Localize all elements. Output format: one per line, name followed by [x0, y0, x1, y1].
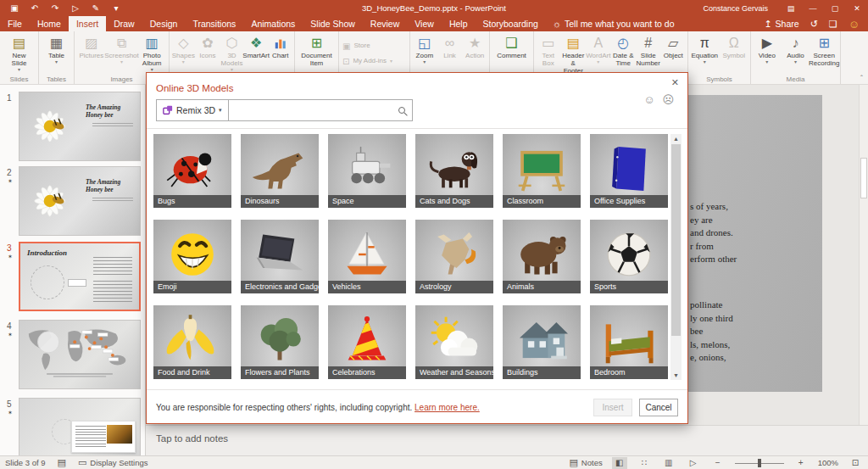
display-settings-button[interactable]: ▭ Display Settings — [78, 457, 148, 468]
model-category-tile[interactable]: Bugs — [153, 134, 231, 208]
ribbon-button[interactable]: ◇Shapes▾ — [171, 33, 196, 65]
ribbon-button[interactable]: AWordArt▾ — [586, 33, 611, 65]
remix3d-provider-dropdown[interactable]: Remix 3D ▾ — [156, 99, 229, 121]
feedback-smiley-icon[interactable]: ☺ — [849, 18, 860, 31]
ribbon-button[interactable]: ▥Photo Album▾ — [136, 33, 167, 73]
model-category-tile[interactable]: Vehicles — [328, 220, 406, 293]
ribbon-button[interactable]: ▣Store▾ — [341, 40, 372, 52]
minimize-icon[interactable]: — — [802, 0, 824, 16]
cancel-button[interactable]: Cancel — [639, 399, 678, 416]
redo-icon[interactable]: ↷ — [46, 1, 64, 15]
model-search-input[interactable] — [229, 100, 412, 120]
customize-qat-icon[interactable]: ▾ — [107, 1, 125, 15]
notes-placeholder[interactable]: Tap to add notes — [156, 433, 228, 444]
ribbon-tab[interactable]: Help — [442, 16, 476, 31]
scroll-up-icon[interactable]: ▲ — [670, 134, 682, 143]
slide-4-entry[interactable]: 4 ✶ — [0, 320, 146, 391]
ribbon-display-options-icon[interactable]: ▤ — [780, 0, 802, 16]
ribbon-button[interactable]: ⬡3D Models▾ — [220, 33, 244, 73]
slide-2-entry[interactable]: 2 ✶ The Amazing Honey bee — [0, 166, 146, 237]
model-category-tile[interactable]: Space — [328, 134, 406, 208]
ribbon-tab[interactable]: Insert — [69, 16, 106, 31]
model-category-tile[interactable]: Bedroom — [590, 305, 668, 379]
ribbon-tab[interactable]: View — [407, 16, 442, 31]
ribbon-button[interactable]: Chart▾ — [268, 33, 292, 60]
zoom-in-icon[interactable]: + — [793, 457, 809, 469]
normal-view-icon[interactable]: ◧ — [612, 457, 627, 469]
dialog-close-icon[interactable]: ✕ — [671, 77, 679, 88]
learn-more-link[interactable]: Learn more here. — [415, 403, 480, 412]
accessibility-book-icon[interactable]: ▤ — [58, 457, 66, 468]
ribbon-tab[interactable]: File — [0, 16, 30, 31]
ribbon-button[interactable]: ▭Text Box▾ — [536, 33, 561, 68]
model-category-tile[interactable]: Weather and Seasons — [415, 305, 493, 379]
zoom-out-icon[interactable]: − — [710, 457, 726, 469]
start-presentation-icon[interactable]: ▷ — [66, 1, 85, 15]
zoom-slider-handle[interactable] — [758, 459, 761, 467]
ribbon-button[interactable]: ⊡My Add-ins▾ — [341, 55, 394, 67]
ribbon-button[interactable]: πEquation▾ — [690, 33, 720, 65]
zoom-slider[interactable] — [735, 457, 784, 469]
ribbon-button[interactable]: ✿Icons▾ — [196, 33, 220, 60]
ribbon-button[interactable]: ▨Pictures▾ — [76, 33, 107, 60]
ribbon-button[interactable]: ◴Date & Time▾ — [611, 33, 637, 68]
zoom-level-label[interactable]: 100% — [818, 458, 838, 467]
model-category-tile[interactable]: Astrology — [415, 220, 493, 293]
reading-view-icon[interactable]: ▥ — [661, 457, 676, 469]
model-category-tile[interactable]: Cats and Dogs — [415, 134, 493, 208]
undo-icon[interactable]: ↶ — [25, 1, 44, 15]
tell-me-box[interactable]: ☼ Tell me what you want to do — [546, 16, 682, 31]
ribbon-tab[interactable]: Review — [363, 16, 407, 31]
model-category-tile[interactable]: Food and Drink — [153, 305, 231, 379]
dialog-scrollbar[interactable]: ▲ ▼ — [670, 134, 682, 380]
ribbon-tab[interactable]: Storyboarding — [475, 16, 545, 31]
activity-history-icon[interactable]: ↺ — [810, 19, 818, 30]
model-category-tile[interactable]: Emoji — [153, 220, 231, 293]
slide-4-thumbnail[interactable] — [19, 320, 141, 389]
save-icon[interactable]: ▣ — [5, 1, 24, 15]
canvas-scrollbar[interactable] — [859, 85, 868, 425]
slide-1-thumbnail[interactable]: The Amazing Honey bee — [19, 92, 141, 161]
slide-sorter-view-icon[interactable]: ∷ — [637, 457, 652, 469]
slide-3-entry[interactable]: 3 ✶ Introduction — [0, 242, 146, 313]
ribbon-button[interactable]: ▱Object▾ — [661, 33, 687, 60]
ribbon-button[interactable]: ▶Video▾ — [753, 33, 782, 65]
ribbon-button[interactable]: ◱Zoom▾ — [412, 33, 437, 65]
scroll-down-icon[interactable]: ▼ — [670, 371, 682, 380]
ribbon-tab[interactable]: Draw — [106, 16, 142, 31]
restore-icon[interactable]: ▢ — [824, 0, 846, 16]
ribbon-button[interactable]: ▦Table▾ — [41, 33, 72, 65]
ink-pen-icon[interactable]: ✎ — [86, 1, 105, 15]
ribbon-button[interactable]: #Slide Number▾ — [636, 33, 661, 68]
ribbon-tab[interactable]: Animations — [243, 16, 303, 31]
ribbon-button[interactable]: ∞Link▾ — [437, 33, 463, 60]
ribbon-button[interactable]: ⊞Screen Recording▾ — [810, 33, 838, 68]
ribbon-button[interactable]: ♪Audio▾ — [782, 33, 810, 65]
ribbon-button[interactable]: ▤New Slide▾ — [2, 33, 36, 73]
slide-3-thumbnail-selected[interactable]: Introduction — [19, 242, 141, 311]
slide-1-entry[interactable]: 1 The Amazing Honey bee — [0, 92, 146, 163]
ribbon-button[interactable]: ⧉Screenshot▾ — [107, 33, 137, 65]
notes-toggle-button[interactable]: ▤ Notes — [569, 457, 602, 468]
slide-2-thumbnail[interactable]: The Amazing Honey bee — [19, 166, 141, 236]
ribbon-button[interactable]: ★Action▾ — [462, 33, 487, 60]
model-category-tile[interactable]: Animals — [503, 220, 581, 293]
feedback-sad-icon[interactable]: ☹ — [662, 93, 674, 106]
comments-icon[interactable]: ❏ — [829, 19, 837, 30]
ribbon-button[interactable]: ▤Header & Footer▾ — [561, 33, 587, 76]
model-category-tile[interactable]: Sports — [590, 220, 668, 293]
notes-pane[interactable]: Tap to add notes — [146, 425, 868, 455]
model-category-tile[interactable]: Classroom — [503, 134, 581, 208]
slideshow-view-icon[interactable]: ▷ — [686, 457, 701, 469]
model-category-tile[interactable]: Electronics and Gadgets — [241, 220, 319, 293]
ribbon-tab[interactable]: Design — [142, 16, 186, 31]
ribbon-tab[interactable]: Slide Show — [303, 16, 363, 31]
model-category-tile[interactable]: Celebrations — [328, 305, 406, 379]
model-category-tile[interactable]: Dinosaurs — [241, 134, 319, 208]
signed-in-user[interactable]: Constance Gervais — [703, 4, 768, 13]
ribbon-button[interactable]: ΩSymbol▾ — [720, 33, 749, 60]
model-category-tile[interactable]: Office Supplies — [590, 134, 668, 208]
ribbon-tab[interactable]: Home — [30, 16, 69, 31]
ribbon-button[interactable]: ⊞Document Item▾ — [297, 33, 337, 68]
insert-button[interactable]: Insert — [593, 399, 632, 416]
